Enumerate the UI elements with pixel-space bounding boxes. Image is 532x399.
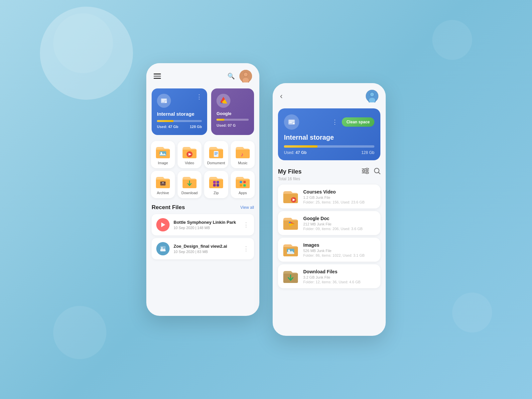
recent-files-title: Recent Files: [152, 204, 185, 211]
file-list-item-2[interactable]: Images 526 MB Junk File Folder: 86, item…: [278, 238, 380, 262]
file-thumb-image: [156, 242, 170, 255]
svg-line-49: [378, 172, 380, 174]
internal-usage: Used: 47 Gb 128 Gb: [157, 125, 202, 129]
storage-icon: [157, 94, 171, 108]
file-2-junk: 526 MB Junk File: [303, 249, 376, 253]
svg-rect-22: [213, 181, 216, 184]
my-files-actions: [362, 168, 380, 176]
file-thumb-audio: [156, 218, 170, 231]
svg-rect-24: [213, 184, 216, 187]
svg-rect-29: [243, 184, 246, 187]
file-list-item-1[interactable]: Google Doc 212 MB Junk File Folder: 09, …: [278, 211, 380, 235]
svg-rect-20: [162, 183, 164, 183]
file-0-junk: 1.2 GB Junk File: [303, 196, 376, 200]
file-2-info: Images 526 MB Junk File Folder: 86, item…: [303, 242, 376, 257]
search-icon[interactable]: 🔍: [227, 72, 235, 80]
svg-point-45: [366, 168, 368, 170]
recent-files-header: Recent Files View all: [152, 204, 254, 211]
svg-rect-6: [162, 99, 166, 100]
file-1-more[interactable]: ⋮: [243, 221, 249, 228]
file-1-junk: 212 MB Junk File: [303, 222, 376, 226]
my-files-search-icon[interactable]: [374, 168, 380, 176]
svg-rect-27: [243, 181, 246, 183]
recent-file-1[interactable]: Bottle Symphoney Linkin Park 10 Sep 2020…: [152, 214, 254, 235]
category-music[interactable]: ♪ Music: [231, 141, 255, 168]
p2-more-icon[interactable]: ⋮: [332, 118, 338, 126]
file-3-info: Download Files 3.2 GB Junk File Folder: …: [303, 269, 376, 284]
file-2-meta: 10 Sep 2020 | 83 MB: [174, 250, 243, 254]
category-document[interactable]: Domument: [204, 141, 228, 168]
internal-storage-card[interactable]: ⋮ Internal storage Used: 47 Gb 128 Gb: [152, 88, 207, 135]
svg-rect-13: [214, 151, 218, 157]
menu-icon[interactable]: [154, 73, 161, 79]
category-image[interactable]: Image: [151, 141, 175, 168]
google-progress-fill: [216, 119, 224, 121]
svg-point-36: [370, 92, 374, 96]
recent-file-2[interactable]: Zoe_Design_final view2.ai 10 Sep 2020 | …: [152, 238, 254, 259]
category-zip-label: Zip: [213, 191, 218, 195]
google-progress-bar: [216, 119, 249, 121]
file-3-name: Download Files: [303, 269, 376, 274]
svg-rect-25: [216, 184, 219, 187]
p2-header: ‹: [273, 83, 386, 106]
storage-cards: ⋮ Internal storage Used: 47 Gb 128 Gb: [146, 86, 259, 138]
category-music-label: Music: [238, 161, 248, 165]
phone-1: 🔍: [146, 63, 259, 316]
svg-rect-39: [289, 121, 294, 121]
category-apps-label: Apps: [238, 191, 247, 195]
google-storage-card[interactable]: Google Used: 07 G: [211, 88, 254, 135]
p1-header: 🔍: [146, 63, 259, 86]
svg-rect-15: [214, 153, 218, 154]
p2-avatar[interactable]: [366, 90, 378, 102]
images-folder-icon: [283, 242, 299, 258]
svg-point-3: [244, 72, 248, 76]
my-files-title: My Files: [278, 168, 302, 175]
file-2-more[interactable]: ⋮: [243, 245, 249, 252]
back-button[interactable]: ‹: [280, 91, 283, 101]
recent-files-section: Recent Files View all Bottle Symphoney L…: [146, 201, 259, 265]
category-video-label: Video: [185, 161, 194, 165]
file-list-item-3[interactable]: Download Files 3.2 GB Junk File Folder: …: [278, 264, 380, 288]
category-archive[interactable]: Archive: [151, 171, 175, 198]
category-grid: Image Video: [146, 138, 259, 201]
category-download-label: Download: [182, 191, 198, 195]
category-archive-label: Archive: [157, 191, 169, 195]
category-download[interactable]: Download: [178, 171, 201, 198]
filter-icon[interactable]: [362, 168, 369, 176]
p2-usage: Used: 47 Gb 128 Gb: [284, 150, 374, 155]
svg-rect-23: [216, 181, 219, 184]
svg-rect-28: [240, 184, 242, 187]
clean-space-button[interactable]: Clean space: [342, 117, 374, 127]
file-1-name: Bottle Symphoney Linkin Park: [174, 220, 243, 225]
google-storage-title: Google: [216, 111, 249, 116]
view-all-link[interactable]: View all: [240, 205, 254, 210]
my-files-header: My Files: [278, 168, 380, 176]
file-0-name: Courses Video: [303, 189, 376, 195]
file-list-item-0[interactable]: Courses Video 1.2 GB Junk File Folder: 2…: [278, 185, 380, 208]
svg-point-41: [293, 123, 294, 124]
internal-progress-bar: [157, 120, 202, 122]
svg-rect-7: [162, 101, 164, 101]
svg-rect-26: [240, 181, 242, 183]
file-2-name: Images: [303, 242, 376, 248]
category-video[interactable]: Video: [178, 141, 201, 168]
p2-progress-bar: [284, 145, 374, 148]
card-more-icon[interactable]: ⋮: [196, 93, 202, 100]
category-image-label: Image: [158, 161, 168, 165]
p2-storage-title: Internal storage: [284, 134, 374, 141]
avatar[interactable]: [239, 70, 252, 82]
file-2-info: Zoe_Design_final view2.ai 10 Sep 2020 | …: [174, 244, 243, 254]
category-apps[interactable]: Apps: [231, 171, 255, 198]
file-0-info: Courses Video 1.2 GB Junk File Folder: 2…: [303, 189, 376, 204]
p2-storage-card[interactable]: ⋮ Clean space Internal storage Used: 47 …: [278, 108, 380, 160]
phones-container: 🔍: [146, 63, 386, 336]
svg-point-8: [165, 101, 167, 103]
file-2-name: Zoe_Design_final view2.ai: [174, 244, 243, 249]
internal-storage-title: Internal storage: [157, 111, 202, 117]
file-1-info: Bottle Symphoney Linkin Park 10 Sep 2020…: [174, 220, 243, 230]
download-files-icon: [283, 268, 299, 284]
google-usage: Used: 07 G: [216, 123, 249, 127]
p2-card-top: ⋮ Clean space: [284, 114, 374, 130]
svg-rect-14: [214, 152, 218, 153]
category-zip[interactable]: Zip: [204, 171, 228, 198]
